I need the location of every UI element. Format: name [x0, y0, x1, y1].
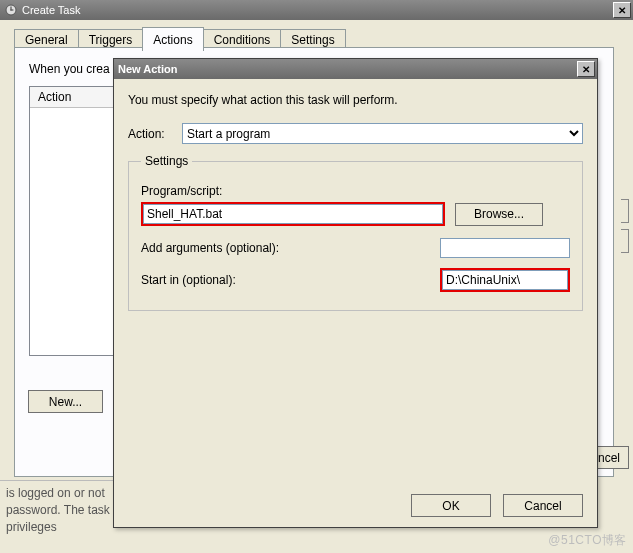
program-label: Program/script:: [141, 184, 570, 198]
obscured-button-edge: [621, 229, 629, 253]
parent-title: Create Task: [22, 4, 613, 16]
ok-button[interactable]: OK: [411, 494, 491, 517]
startin-input[interactable]: [442, 270, 568, 290]
child-close-button[interactable]: ✕: [577, 61, 595, 77]
watermark: @51CTO博客: [548, 532, 627, 549]
cancel-button[interactable]: Cancel: [503, 494, 583, 517]
app-icon: [4, 3, 18, 17]
parent-close-button[interactable]: ✕: [613, 2, 631, 18]
arguments-input[interactable]: [440, 238, 570, 258]
program-input[interactable]: [143, 204, 443, 224]
tab-actions[interactable]: Actions: [142, 27, 203, 51]
svg-rect-2: [10, 9, 13, 10]
new-action-dialog: New Action ✕ You must specify what actio…: [113, 58, 598, 528]
browse-button[interactable]: Browse...: [455, 203, 543, 226]
action-select[interactable]: Start a program: [182, 123, 583, 144]
child-title: New Action: [118, 63, 577, 75]
obscured-button-edge: [621, 199, 629, 223]
child-titlebar: New Action ✕: [114, 59, 597, 79]
dialog-message: You must specify what action this task w…: [128, 93, 583, 107]
program-highlight: [141, 202, 445, 226]
arguments-label: Add arguments (optional):: [141, 241, 440, 255]
settings-group: Settings Program/script: Browse... Add a…: [128, 154, 583, 311]
startin-highlight: [440, 268, 570, 292]
parent-titlebar: Create Task ✕: [0, 0, 633, 20]
action-label: Action:: [128, 127, 176, 141]
new-action-button[interactable]: New...: [28, 390, 103, 413]
startin-label: Start in (optional):: [141, 273, 440, 287]
settings-legend: Settings: [141, 154, 192, 168]
